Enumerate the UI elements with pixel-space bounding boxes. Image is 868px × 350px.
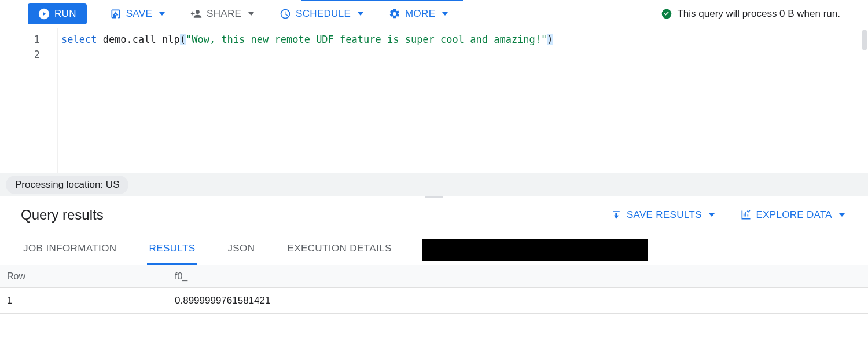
sql-keyword: select [61,34,97,45]
close-paren: ) [547,34,553,45]
gear-icon [389,8,400,20]
run-label: RUN [54,8,76,20]
sql-string: "Wow, this new remote UDF feature is sup… [186,34,547,45]
more-button[interactable]: MORE [387,5,450,23]
chevron-down-icon [839,213,845,217]
schedule-label: SCHEDULE [296,8,351,20]
save-results-button[interactable]: SAVE RESULTS [608,206,717,224]
chevron-down-icon [159,12,165,16]
line-gutter: 1 2 [0,28,58,173]
save-button[interactable]: SAVE [108,5,167,23]
sql-func: demo.call_nlp [97,34,179,45]
line-number: 2 [0,47,40,62]
tab-job-information[interactable]: JOB INFORMATION [21,234,119,265]
results-title: Query results [21,207,104,223]
check-circle-icon [661,8,672,20]
tab-label: RESULTS [149,243,196,254]
location-text: Processing location: US [15,179,119,190]
explore-data-button[interactable]: EXPLORE DATA [738,206,847,224]
tab-results[interactable]: RESULTS [147,234,198,265]
location-bar: Processing location: US [0,173,868,196]
results-header: Query results SAVE RESULTS EXPLORE DATA [0,196,868,234]
explore-data-label: EXPLORE DATA [756,209,832,221]
results-table-header: Row f0_ [0,265,868,288]
result-tabs: JOB INFORMATION RESULTS JSON EXECUTION D… [0,234,868,265]
processing-location-pill: Processing location: US [6,176,128,194]
toolbar: RUN SAVE SHARE SCHEDULE MORE This query … [0,0,868,28]
col-header-row: Row [7,271,175,282]
save-icon [110,8,122,20]
chart-icon [740,209,752,221]
more-label: MORE [405,8,435,20]
share-button[interactable]: SHARE [188,5,256,23]
tab-label: JOB INFORMATION [23,243,117,254]
sql-editor[interactable]: 1 2 select demo.call_nlp("Wow, this new … [0,28,868,173]
clock-icon [279,8,291,20]
cell-row: 1 [7,295,175,307]
save-results-label: SAVE RESULTS [627,209,702,221]
chevron-down-icon [248,12,254,16]
results-actions: SAVE RESULTS EXPLORE DATA [608,206,847,224]
run-button[interactable]: RUN [28,3,87,24]
line-number: 1 [0,32,40,47]
open-paren: ( [180,34,186,45]
tab-label: EXECUTION DETAILS [287,243,391,254]
code-area[interactable]: select demo.call_nlp("Wow, this new remo… [58,28,868,173]
cell-value: 0.8999999761581421 [175,295,861,307]
schedule-button[interactable]: SCHEDULE [277,5,366,23]
tab-label: JSON [227,243,255,254]
status-text: This query will process 0 B when run. [677,8,840,20]
save-label: SAVE [126,8,152,20]
table-row: 1 0.8999999761581421 [0,288,868,314]
chevron-down-icon [442,12,448,16]
active-tab-indicator [301,0,463,1]
redacted-block [422,239,648,261]
drag-handle[interactable] [425,196,443,198]
scrollbar[interactable] [862,30,867,50]
download-icon [610,209,622,221]
chevron-down-icon [709,213,715,217]
query-status: This query will process 0 B when run. [661,8,840,20]
tab-json[interactable]: JSON [225,234,257,265]
play-icon [38,8,50,20]
share-label: SHARE [207,8,241,20]
tab-execution-details[interactable]: EXECUTION DETAILS [285,234,393,265]
chevron-down-icon [358,12,363,16]
col-header-f0: f0_ [175,271,861,282]
person-add-icon [190,8,202,20]
